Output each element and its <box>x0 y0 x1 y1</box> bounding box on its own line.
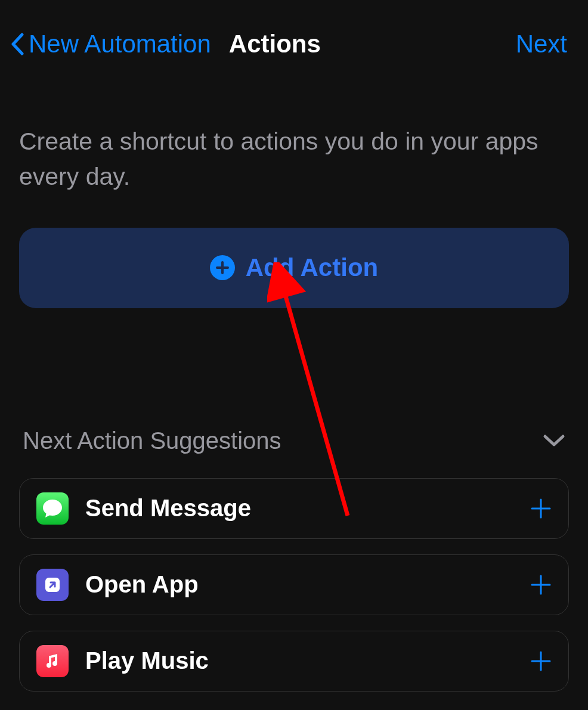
next-button[interactable]: Next <box>516 30 567 58</box>
navigation-bar: New Automation Actions Next <box>0 0 588 70</box>
suggestion-label: Play Music <box>85 647 530 674</box>
suggestions-section: Next Action Suggestions Send Message <box>19 427 569 692</box>
chevron-down-icon <box>543 434 565 447</box>
suggestion-item-open-app[interactable]: Open App <box>19 554 569 615</box>
add-action-button[interactable]: Add Action <box>19 228 569 308</box>
page-title: Actions <box>229 30 321 58</box>
add-suggestion-icon[interactable] <box>530 650 552 672</box>
chevron-left-icon <box>11 33 24 55</box>
add-suggestion-icon[interactable] <box>530 574 552 596</box>
add-suggestion-icon[interactable] <box>530 498 552 519</box>
description-text: Create a shortcut to actions you do in y… <box>19 124 569 195</box>
messages-icon <box>36 492 69 525</box>
suggestion-item-send-message[interactable]: Send Message <box>19 478 569 539</box>
back-button-label: New Automation <box>29 30 211 58</box>
suggestion-item-play-music[interactable]: Play Music <box>19 631 569 692</box>
add-action-label: Add Action <box>246 253 378 282</box>
music-icon <box>36 645 69 677</box>
nav-back-group[interactable]: New Automation Actions <box>11 30 321 58</box>
suggestions-header[interactable]: Next Action Suggestions <box>19 427 569 454</box>
content-area: Create a shortcut to actions you do in y… <box>0 70 588 692</box>
plus-circle-icon <box>210 255 235 280</box>
suggestion-label: Send Message <box>85 495 530 522</box>
suggestion-label: Open App <box>85 571 530 598</box>
suggestions-title: Next Action Suggestions <box>23 427 281 454</box>
shortcuts-icon <box>36 569 69 601</box>
